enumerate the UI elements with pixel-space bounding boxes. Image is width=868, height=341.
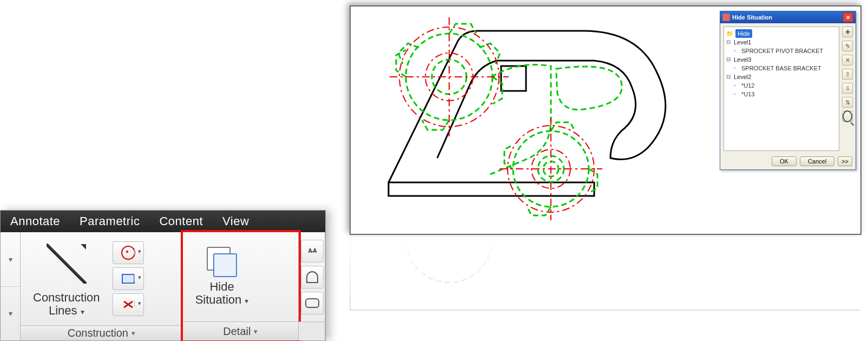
tree-level3[interactable]: Level3: [726, 55, 838, 64]
tree-level1-label: Level1: [734, 39, 751, 45]
drawing-svg: [356, 12, 692, 228]
overflow-slot: ▾ ▾: [1, 232, 21, 340]
chevron-down-icon: ▾: [131, 329, 135, 337]
hide-situation-icon: [207, 247, 237, 277]
panel-title-detail-label: Detail: [223, 325, 251, 338]
chevron-down-icon: ▾: [254, 327, 258, 336]
hide-situation-label-2: Situation: [195, 293, 242, 306]
tree-item-base[interactable]: SPROCKET BASE BRACKET: [726, 64, 838, 73]
panel-title-construction-label: Construction: [68, 327, 128, 339]
detail-view-button[interactable]: [301, 266, 324, 288]
construction-lines-button[interactable]: Construction Lines ▾: [26, 235, 107, 322]
breakout-icon: [305, 298, 319, 308]
detail-view-icon: [306, 271, 318, 283]
model-view-wrap: Hide Situation ✕ 📁 Hide Level1 SPROCKET …: [350, 5, 859, 311]
hide-tree[interactable]: 📁 Hide Level1 SPROCKET PIVOT BRACKET Lev…: [724, 27, 839, 151]
new-level-button[interactable]: ✚: [842, 27, 853, 37]
circle-center-button[interactable]: [113, 241, 144, 264]
chevron-down-icon: ▾: [245, 297, 248, 305]
tree-item-u13[interactable]: *U13: [726, 90, 838, 99]
tab-view[interactable]: View: [213, 214, 259, 228]
close-icon[interactable]: ✕: [843, 12, 853, 22]
zoom-button[interactable]: [842, 111, 853, 122]
tab-parametric[interactable]: Parametric: [70, 214, 149, 228]
dialog-titlebar[interactable]: Hide Situation ✕: [720, 11, 856, 23]
panel-title-partial: [299, 322, 325, 340]
ribbon: Annotate Parametric Content View ▾ ▾ Con…: [0, 210, 326, 341]
dialog-title: Hide Situation: [732, 14, 772, 21]
erase-construction-button[interactable]: [113, 293, 144, 316]
app-icon: [722, 14, 730, 21]
ribbon-tabs: Annotate Parametric Content View: [1, 211, 325, 232]
break-out-button[interactable]: [301, 292, 324, 314]
circle-icon: [121, 246, 135, 260]
hide-situation-button[interactable]: Hide Situation ▾: [188, 243, 256, 311]
tree-level3-label: Level3: [734, 56, 751, 63]
erase-icon: [123, 299, 134, 310]
move-up-button[interactable]: ⇧: [842, 69, 853, 80]
tab-annotate[interactable]: Annotate: [1, 214, 70, 228]
tab-content[interactable]: Content: [149, 214, 213, 228]
tree-item-pivot[interactable]: SPROCKET PIVOT BRACKET: [726, 47, 838, 55]
tree-level1[interactable]: Level1: [726, 38, 838, 47]
rectangle-button[interactable]: [113, 267, 144, 290]
ok-button[interactable]: OK: [772, 156, 797, 166]
rectangle-icon: [122, 274, 135, 284]
reflection: [350, 235, 859, 311]
panel-partial: A-A: [299, 232, 325, 340]
construction-lines-label-1: Construction: [33, 291, 100, 304]
delete-button[interactable]: ✕: [842, 55, 853, 65]
section-aa-icon: A-A: [308, 248, 317, 254]
edit-button[interactable]: ✎: [842, 41, 853, 51]
hide-situation-label-1: Hide: [209, 280, 234, 293]
construction-line-icon: [42, 239, 91, 288]
construction-tools-column: [111, 240, 145, 317]
svg-rect-1: [501, 66, 526, 91]
tree-root[interactable]: 📁 Hide: [726, 29, 838, 38]
magnifier-icon: [843, 110, 852, 122]
panel-title-detail[interactable]: Detail ▾: [183, 322, 298, 340]
move-down-button[interactable]: ⇩: [842, 83, 853, 94]
panel-detail: Hide Situation ▾ Detail ▾: [183, 232, 299, 340]
dialog-toolbar: ✚ ✎ ✕ ⇧ ⇩ ⇅: [841, 27, 853, 151]
construction-lines-label-2: Lines: [49, 304, 77, 317]
overflow-top-drop[interactable]: ▾: [1, 232, 20, 287]
model-view-canvas[interactable]: Hide Situation ✕ 📁 Hide Level1 SPROCKET …: [350, 5, 862, 235]
tree-item-u12[interactable]: *U12: [726, 81, 838, 90]
swap-button[interactable]: ⇅: [842, 97, 853, 108]
overflow-bottom-drop[interactable]: ▾: [1, 287, 20, 341]
tree-level2[interactable]: Level2: [726, 73, 838, 81]
dialog-buttons: OK Cancel >>: [720, 153, 856, 169]
hide-situation-dialog: Hide Situation ✕ 📁 Hide Level1 SPROCKET …: [720, 11, 856, 170]
cancel-button[interactable]: Cancel: [800, 156, 834, 166]
chevron-down-icon: ▾: [81, 307, 84, 316]
svg-point-16: [406, 235, 492, 283]
panel-construction: Construction Lines ▾ Construction ▾: [21, 232, 183, 340]
tree-root-label: Hide: [735, 29, 752, 38]
panel-title-construction[interactable]: Construction ▾: [21, 325, 182, 340]
tree-level2-label: Level2: [734, 74, 751, 80]
section-line-button[interactable]: A-A: [301, 240, 324, 263]
more-button[interactable]: >>: [838, 156, 852, 166]
